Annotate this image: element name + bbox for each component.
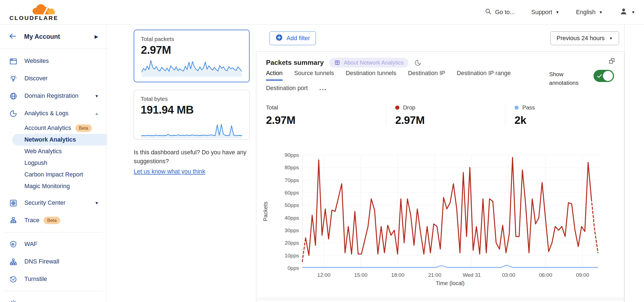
sidebar-nav: WebsitesDiscoverDomain Registration▼Anal… xyxy=(0,49,107,302)
sidebar-item-label: Analytics & Logs xyxy=(24,110,69,117)
sidebar-item-label: Magic Monitoring xyxy=(24,183,70,190)
sidebar-item-analytics-logs[interactable]: Analytics & Logs▲ xyxy=(0,105,107,122)
bulb-icon xyxy=(9,75,17,83)
plus-circle-icon xyxy=(275,34,283,43)
packets-chart: 0pps10pps20pps30pps40pps50pps60pps70pps8… xyxy=(256,146,625,290)
trace-icon xyxy=(9,216,17,225)
sidebar-item-label: Account Analytics xyxy=(24,125,71,132)
sidebar-item-account-analytics[interactable]: Account AnalyticsBeta xyxy=(0,122,107,134)
sidebar-item-magic-monitoring[interactable]: Magic Monitoring xyxy=(0,180,107,192)
cloudflare-logo[interactable]: CLOUDFLARE xyxy=(9,2,62,22)
language-menu[interactable]: English ▼ xyxy=(576,9,603,16)
sidebar-item-carbon-impact-report[interactable]: Carbon Impact Report xyxy=(0,169,107,180)
bytes-sparkline xyxy=(141,123,243,138)
sidebar-item-label: Network Analytics xyxy=(24,136,76,143)
feedback-prompt: Is this dashboard useful? Do you have an… xyxy=(134,148,261,176)
sidebar-item-discover[interactable]: Discover xyxy=(0,70,107,87)
account-menu[interactable]: ▼ xyxy=(619,7,635,17)
sidebar-item-label: Discover xyxy=(24,75,48,82)
metric-value: 191.94 MB xyxy=(141,104,243,116)
chevron-down-icon: ▼ xyxy=(95,94,99,98)
packets-sparkline xyxy=(141,59,242,77)
goto-label: Go to... xyxy=(495,9,515,16)
sidebar-item-waf[interactable]: WAF xyxy=(0,236,107,253)
burst-icon xyxy=(9,299,17,302)
svg-text:09:00: 09:00 xyxy=(576,272,589,278)
sidebar-item-label: Web Analytics xyxy=(24,148,62,155)
sidebar-item-label: Security Center xyxy=(24,199,65,206)
sidebar: My Account ▶ WebsitesDiscoverDomain Regi… xyxy=(0,25,107,302)
feedback-link[interactable]: Let us know what you think xyxy=(134,167,205,176)
total-bytes-card[interactable]: Total bytes 191.94 MB xyxy=(134,90,250,140)
sidebar-divider xyxy=(4,291,103,291)
stat-label: Pass xyxy=(522,104,535,111)
stat-drop: Drop2.97M xyxy=(386,104,505,126)
svg-text:40pps: 40pps xyxy=(285,215,299,221)
sidebar-item-label: Turnstile xyxy=(24,276,47,283)
svg-text:70pps: 70pps xyxy=(285,177,299,183)
goto-search[interactable]: Go to... xyxy=(485,8,515,17)
sidebar-item-more-product[interactable] xyxy=(0,294,107,302)
sidebar-item-label: Websites xyxy=(24,58,49,65)
sidebar-item-turnstile[interactable]: Turnstile xyxy=(0,270,107,288)
sidebar-item-dns-firewall[interactable]: DNS Firewall xyxy=(0,253,107,270)
shield-icon xyxy=(9,240,17,249)
svg-text:06:00: 06:00 xyxy=(539,272,552,278)
sidebar-item-network-analytics[interactable]: Network Analytics xyxy=(12,134,107,145)
packets-summary-panel: Packets summary About Network Analytics … xyxy=(256,51,624,298)
svg-text:CLOUDFLARE: CLOUDFLARE xyxy=(9,15,59,21)
about-network-analytics-badge[interactable]: About Network Analytics xyxy=(329,58,409,68)
search-icon xyxy=(485,8,492,17)
sidebar-item-logpush[interactable]: Logpush xyxy=(0,157,107,169)
tab-destination-tunnels[interactable]: Destination tunnels xyxy=(346,70,396,81)
svg-text:60pps: 60pps xyxy=(285,190,299,196)
hierarchy-icon xyxy=(9,258,17,266)
sidebar-item-web-analytics[interactable]: Web Analytics xyxy=(0,145,107,157)
sidebar-item-label: WAF xyxy=(24,241,37,248)
time-range-dropdown[interactable]: Previous 24 hours ▼ xyxy=(550,31,619,45)
check-icon xyxy=(597,73,602,79)
support-menu[interactable]: Support ▼ xyxy=(531,9,559,16)
tab-action[interactable]: Action xyxy=(266,70,283,81)
chevron-down-icon: ▼ xyxy=(95,201,99,205)
svg-text:50pps: 50pps xyxy=(285,202,299,208)
vault-icon xyxy=(9,199,17,207)
sidebar-item-trace[interactable]: TraceBeta xyxy=(0,212,107,229)
svg-text:90pps: 90pps xyxy=(285,152,299,158)
show-annotations-label: Show annotations xyxy=(549,70,586,87)
add-filter-button[interactable]: Add filter xyxy=(270,31,316,45)
content-divider xyxy=(624,25,625,302)
sidebar-item-label: Trace xyxy=(24,217,39,224)
metric-label: Total packets xyxy=(141,36,242,42)
beta-badge: Beta xyxy=(44,217,60,224)
stat-label: Drop xyxy=(403,104,415,111)
tab-destination-ip[interactable]: Destination IP xyxy=(408,70,445,81)
drop-legend-dot xyxy=(395,106,399,110)
tab-source-tunnels[interactable]: Source tunnels xyxy=(294,70,334,81)
sidebar-item-label: Carbon Impact Report xyxy=(24,171,83,178)
next-panel xyxy=(256,300,624,302)
account-header[interactable]: My Account ▶ xyxy=(0,25,107,49)
metric-value: 2.97M xyxy=(141,44,242,56)
chevron-down-icon: ▼ xyxy=(609,36,613,40)
tab-destination-ip-range[interactable]: Destination IP range xyxy=(457,70,511,81)
svg-text:Wed 31: Wed 31 xyxy=(463,272,481,278)
sidebar-item-websites[interactable]: Websites xyxy=(0,52,107,70)
metric-label: Total bytes xyxy=(141,96,243,102)
book-icon xyxy=(334,60,340,66)
expand-panel-icon[interactable] xyxy=(608,57,616,65)
sidebar-item-domain-registration[interactable]: Domain Registration▼ xyxy=(0,87,107,105)
account-name: My Account xyxy=(24,33,60,40)
sidebar-item-security-center[interactable]: Security Center▼ xyxy=(0,194,107,212)
dimension-tabs: ActionSource tunnelsDestination tunnelsD… xyxy=(266,70,541,96)
back-arrow-icon[interactable] xyxy=(8,32,17,42)
chevron-up-icon: ▲ xyxy=(95,111,99,116)
more-tabs-button[interactable]: ... xyxy=(320,85,327,96)
stat-pass: Pass2k xyxy=(505,104,624,126)
svg-text:20pps: 20pps xyxy=(285,240,299,246)
tab-destination-port[interactable]: Destination port xyxy=(266,85,308,96)
stats-row: Total2.97MDrop2.97MPass2k xyxy=(256,104,624,126)
chevron-right-icon[interactable]: ▶ xyxy=(95,34,98,40)
total-packets-card[interactable]: Total packets 2.97M xyxy=(134,30,250,82)
show-annotations-toggle[interactable] xyxy=(594,70,614,82)
